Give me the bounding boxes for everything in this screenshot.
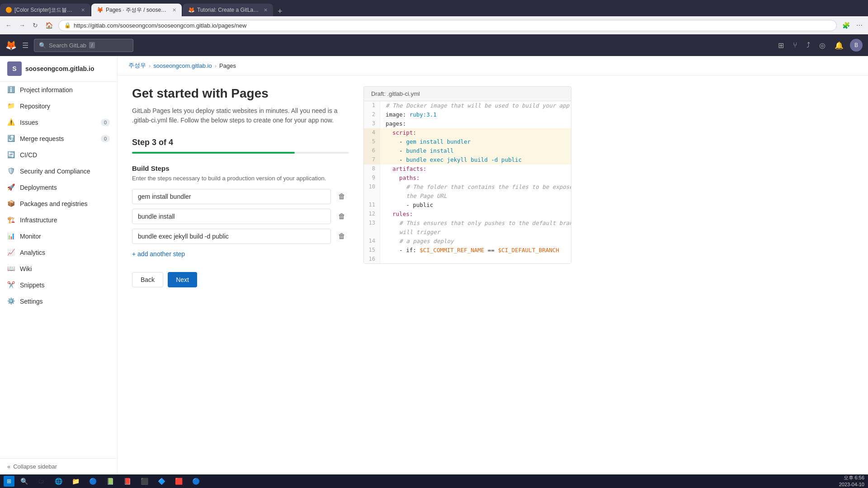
search-icon: 🔍 [39,42,46,49]
taskbar-search-icon: 🔍 [20,477,28,485]
sidebar-item-merge-requests[interactable]: ⤴️ Merge requests 0 [0,131,117,147]
sidebar-item-label-repository: Repository [20,103,50,110]
tab1-close[interactable]: ✕ [81,7,85,13]
step-input-2[interactable] [132,209,331,224]
sidebar-item-analytics[interactable]: 📈 Analytics [0,244,117,261]
breadcrumb-user-link[interactable]: 주성우 [128,61,146,70]
sidebar-item-project-info[interactable]: ℹ️ Project information [0,82,117,98]
infrastructure-icon: 🏗️ [7,216,15,224]
page-title: Get started with Pages [132,86,349,101]
next-button[interactable]: Next [168,272,197,287]
gitlab-header: 🦊 ☰ 🔍 Search GitLab / ⊞ ⑂ ⤴ ◎ 🔔 B [0,34,868,56]
sidebar-item-label-security: Security and Compliance [20,168,90,175]
browser-tab-3[interactable]: 🦊 Tutorial: Create a GitLab Pages w... ✕ [183,4,273,16]
sidebar-item-monitor[interactable]: 📊 Monitor [0,228,117,244]
taskbar-vscode[interactable]: 🔷 [154,475,169,487]
terminal-icon: ⬛ [140,477,148,485]
tab3-close[interactable]: ✕ [264,7,268,13]
back-button[interactable]: Back [132,272,163,287]
step-row-2: 🗑 [132,209,349,224]
code-panel: Draft: .gitlab-ci.yml 1 # The Docker ima… [363,86,571,287]
new-tab-button[interactable]: + [274,7,286,16]
taskbar-edge[interactable]: 🌐 [51,475,66,487]
start-button[interactable]: ⊞ [4,476,14,487]
search-bar[interactable]: 🔍 Search GitLab / [34,39,133,52]
browser-tabs: 🟠 [Color Scripter]코드블럭출 HTM... ✕ 🦊 Pages… [0,0,868,16]
sidebar-project[interactable]: S sooseongcom.gitlab.io [0,56,117,82]
sidebar-item-issues[interactable]: ⚠️ Issues 0 [0,114,117,131]
code-line-15: 15 - if: $CI_COMMIT_REF_NAME == $CI_DEFA… [364,246,571,255]
step-input-3[interactable] [132,229,331,244]
breadcrumb-current-page: Pages [219,62,236,69]
extensions-button[interactable]: 🧩 [840,21,852,30]
taskbar-time-display: 오후 6:56 2023-04-10 [839,474,864,488]
progress-fill [132,152,295,154]
taskbar-time: 오후 6:56 [839,474,864,481]
tab2-close[interactable]: ✕ [172,7,176,13]
breadcrumb-project-link[interactable]: sooseongcom.gitlab.io [153,62,212,69]
header-merge-icon[interactable]: ⤴ [804,39,813,51]
hamburger-menu[interactable]: ☰ [20,39,30,52]
taskbar-terminal[interactable]: ⬛ [137,475,152,487]
browser-tab-2[interactable]: 🦊 Pages · 주성우 / sooseongcom... ✕ [91,4,182,16]
sidebar-item-wiki[interactable]: 📖 Wiki [0,261,117,277]
forward-nav-button[interactable]: → [17,20,27,31]
code-line-3: 3 pages: [364,119,571,128]
browser-chrome: 🟠 [Color Scripter]코드블럭출 HTM... ✕ 🦊 Pages… [0,0,868,34]
delete-step-3-button[interactable]: 🗑 [335,230,349,242]
sidebar-item-infrastructure[interactable]: 🏗️ Infrastructure [0,212,117,228]
tab3-label: Tutorial: Create a GitLab Pages w... [197,7,259,13]
sidebar-item-packages[interactable]: 📦 Packages and registries [0,196,117,212]
sidebar-item-cicd[interactable]: 🔄 CI/CD [0,147,117,163]
build-steps-heading: Build Steps [132,164,349,172]
code-line-14: 14 # a pages deploy [364,237,571,246]
issues-icon: ⚠️ [7,118,15,127]
code-line-11: 11 - public [364,201,571,210]
tab1-favicon: 🟠 [5,7,12,13]
back-nav-button[interactable]: ← [4,20,14,31]
taskbar-extra2[interactable]: 🔵 [188,475,203,487]
code-line-1: 1 # The Docker image that will be used t… [364,101,571,110]
sidebar-item-label-cicd: CI/CD [20,151,37,159]
breadcrumb: 주성우 › sooseongcom.gitlab.io › Pages [118,56,868,75]
browser-tab-1[interactable]: 🟠 [Color Scripter]코드블럭출 HTM... ✕ [0,4,90,16]
code-line-16: 16 [364,255,571,263]
sidebar-item-label-issues: Issues [20,119,38,126]
sidebar-item-snippets[interactable]: ✂️ Snippets [0,277,117,293]
collapse-sidebar-button[interactable]: « Collapse sidebar [0,458,117,474]
monitor-icon: 📊 [7,232,15,240]
header-issue-icon[interactable]: ◎ [816,39,828,52]
taskbar-search[interactable]: 🔍 [16,475,32,487]
taskbar-extra1[interactable]: 🟥 [171,475,186,487]
sidebar-item-settings[interactable]: ⚙️ Settings [0,293,117,310]
taskbar-powerpoint[interactable]: 📕 [119,475,135,487]
address-bar[interactable]: 🔒 https://gitlab.com/sooseongcom/sooseon… [58,20,837,31]
user-avatar[interactable]: B [850,39,863,52]
taskbar-excel[interactable]: 📗 [102,475,118,487]
step-input-1[interactable] [132,189,331,204]
code-line-10a: 10 # The folder that contains the files … [364,183,571,192]
taskbar-chrome[interactable]: 🔵 [85,475,100,487]
taskbar-explorer[interactable]: 📁 [68,475,83,487]
gitlab-logo[interactable]: 🦊 [5,40,17,51]
browser-menu-button[interactable]: ⋯ [854,21,864,30]
code-line-2: 2 image: ruby:3.1 [364,110,571,119]
reload-button[interactable]: ↻ [31,20,40,31]
browser-bar: ← → ↻ 🏠 🔒 https://gitlab.com/sooseongcom… [0,16,868,34]
tab3-favicon: 🦊 [188,7,194,13]
sidebar-item-label-project-info: Project information [20,86,73,94]
tab2-label: Pages · 주성우 / sooseongcom... [106,6,168,14]
header-fork-icon[interactable]: ⑂ [790,39,800,51]
header-grid-icon[interactable]: ⊞ [775,39,787,52]
add-step-button[interactable]: + add another step [132,249,185,259]
sidebar-item-security[interactable]: 🛡️ Security and Compliance [0,163,117,179]
delete-step-1-button[interactable]: 🗑 [335,191,349,202]
sidebar-item-repository[interactable]: 📁 Repository [0,98,117,114]
sidebar-item-deployments[interactable]: 🚀 Deployments [0,179,117,196]
header-notification-icon[interactable]: 🔔 [832,39,846,52]
home-button[interactable]: 🏠 [43,20,55,31]
sidebar: S sooseongcom.gitlab.io ℹ️ Project infor… [0,56,118,474]
delete-step-2-button[interactable]: 🗑 [335,211,349,222]
taskbar-task-view[interactable]: 🗂 [33,475,49,487]
project-avatar: S [7,61,22,76]
